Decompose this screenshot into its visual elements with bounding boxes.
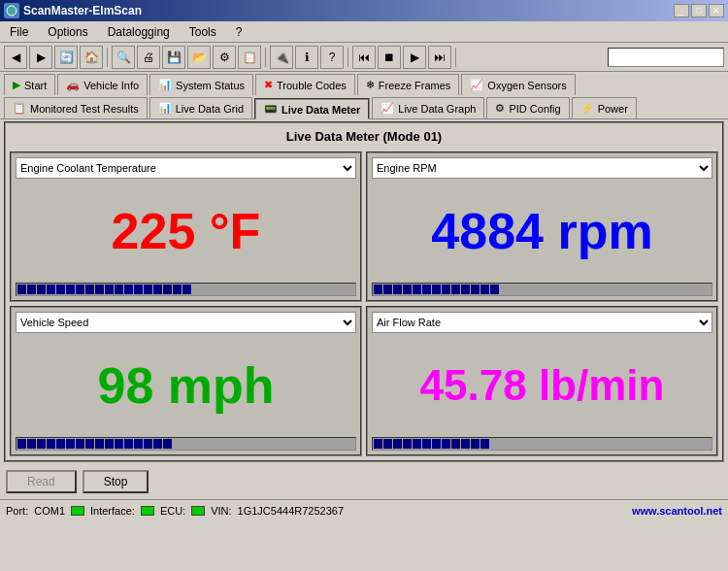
tab-monitored-icon: 📋 [13,102,26,115]
meter-rpm-value: 4884 rpm [372,183,712,279]
menu-file[interactable]: File [4,23,34,41]
tab-row-1: ▶ Start 🚗 Vehicle Info 📊 System Status ✖… [0,72,728,95]
meter-rpm-select[interactable]: Engine RPM [372,157,712,179]
panel-title: Live Data Meter (Mode 01) [10,127,718,146]
tab-oxygen-sensors[interactable]: 📈 Oxygen Sensors [461,74,575,95]
tab-live-meter-label: Live Data Meter [281,104,360,116]
toolbar-help[interactable]: ? [320,46,344,69]
menu-help[interactable]: ? [230,23,248,41]
tab-system-status[interactable]: 📊 System Status [149,74,253,95]
tab-vehicle-info[interactable]: 🚗 Vehicle Info [57,74,148,95]
toolbar-play[interactable]: ▶ [403,46,426,69]
interface-label: Interface: [90,505,135,517]
meter-speed-select[interactable]: Vehicle Speed [16,312,356,333]
toolbar-back[interactable]: ◀ [4,46,27,69]
title-bar: ScanMaster-ElmScan _ □ ✕ [0,0,728,21]
tab-live-grid-label: Live Data Grid [176,103,244,115]
toolbar-open[interactable]: 📂 [187,46,211,69]
port-value: COM1 [34,505,65,517]
window-controls[interactable]: _ □ ✕ [674,4,724,17]
svg-point-0 [7,6,17,16]
menu-bar: File Options Datalogging Tools ? [0,21,728,43]
tab-pid-config[interactable]: ⚙ PID Config [486,97,569,118]
toolbar-connect[interactable]: 🔌 [270,46,293,69]
toolbar-save[interactable]: 💾 [162,46,185,69]
toolbar-search[interactable]: 🔍 [112,46,135,69]
toolbar-next[interactable]: ⏭ [428,46,451,69]
read-button[interactable]: Read [6,470,77,493]
status-bar: Port: COM1 Interface: ECU: VIN: 1G1JC544… [0,499,728,521]
meter-coolant-select[interactable]: Engine Coolant Temperature [16,157,356,179]
tab-power[interactable]: ⚡ Power [572,97,637,118]
tab-pid-icon: ⚙ [495,102,505,115]
tab-freeze-frames[interactable]: ❄ Freeze Frames [357,74,460,95]
tab-oxygen-icon: 📈 [470,79,483,91]
toolbar-refresh[interactable]: 🔄 [54,46,78,69]
website-link[interactable]: www.scantool.net [632,505,722,517]
ecu-label: ECU: [160,505,185,517]
main-content: Live Data Meter (Mode 01) Engine Coolant… [4,121,724,462]
toolbar-print[interactable]: 🖨 [137,46,160,69]
tab-start-icon: ▶ [13,79,20,91]
toolbar-log[interactable]: 📋 [238,46,261,69]
menu-options[interactable]: Options [42,23,93,41]
tab-trouble-label: Trouble Codes [277,80,347,91]
toolbar-settings[interactable]: ⚙ [213,46,236,69]
meter-coolant-value: 225 °F [16,183,356,279]
tab-monitored[interactable]: 📋 Monitored Test Results [4,97,148,118]
toolbar-forward[interactable]: ▶ [29,46,52,69]
tab-system-icon: 📊 [158,79,172,91]
tab-oxygen-label: Oxygen Sensors [487,80,566,91]
toolbar-home[interactable]: 🏠 [80,46,103,69]
vin-label: VIN: [211,505,231,517]
window-title: ScanMaster-ElmScan [23,4,142,17]
meter-airflow: Air Flow Rate 45.78 lb/min [366,306,718,456]
tab-live-grid[interactable]: 📊 Live Data Grid [149,97,252,118]
port-led [71,506,84,516]
maximize-button[interactable]: □ [691,4,707,17]
meter-airflow-bar [372,437,712,451]
tab-row-2: 📋 Monitored Test Results 📊 Live Data Gri… [0,95,728,119]
menu-tools[interactable]: Tools [183,23,222,41]
tab-live-grid-icon: 📊 [158,102,172,115]
menu-datalogging[interactable]: Datalogging [102,23,176,41]
stop-button[interactable]: Stop [83,470,149,493]
tab-freeze-icon: ❄ [366,79,375,91]
meter-speed-value: 98 mph [16,337,356,433]
minimize-button[interactable]: _ [674,4,689,17]
ecu-led [191,506,205,516]
tab-live-meter[interactable]: 📟 Live Data Meter [254,98,370,119]
tab-start-label: Start [24,80,47,91]
tab-live-graph-label: Live Data Graph [398,103,476,115]
meter-airflow-select[interactable]: Air Flow Rate [372,312,712,333]
tab-power-icon: ⚡ [580,102,594,115]
tab-freeze-label: Freeze Frames [379,80,451,91]
toolbar-info[interactable]: ℹ [295,46,318,69]
toolbar-search-input[interactable] [608,48,724,67]
tab-power-label: Power [598,103,628,115]
tab-live-graph-icon: 📈 [381,102,394,115]
tab-pid-label: PID Config [509,103,560,115]
meter-rpm: Engine RPM 4884 rpm [366,151,718,302]
tab-live-graph[interactable]: 📈 Live Data Graph [372,97,484,118]
port-label: Port: [6,505,28,517]
tab-start[interactable]: ▶ Start [4,74,55,95]
meter-coolant-temp: Engine Coolant Temperature 225 °F [10,151,362,302]
meter-rpm-bar [372,283,712,296]
app-icon [4,3,19,18]
interface-led [141,506,154,516]
meter-coolant-bar [16,283,356,296]
toolbar-stop[interactable]: ⏹ [378,46,401,69]
meter-speed-bar [16,437,356,451]
tab-monitored-label: Monitored Test Results [30,103,139,115]
vin-value: 1G1JC5444R7252367 [238,505,344,517]
bottom-bar: Read Stop [0,464,728,499]
tab-system-label: System Status [176,80,245,91]
toolbar: ◀ ▶ 🔄 🏠 🔍 🖨 💾 📂 ⚙ 📋 🔌 ℹ ? ⏮ ⏹ ▶ ⏭ [0,43,728,72]
tab-trouble-codes[interactable]: ✖ Trouble Codes [255,74,355,95]
close-button[interactable]: ✕ [709,4,724,17]
tab-live-meter-icon: 📟 [264,103,278,116]
tab-trouble-icon: ✖ [264,79,273,91]
toolbar-prev[interactable]: ⏮ [352,46,376,69]
tab-vehicle-label: Vehicle Info [83,80,139,91]
